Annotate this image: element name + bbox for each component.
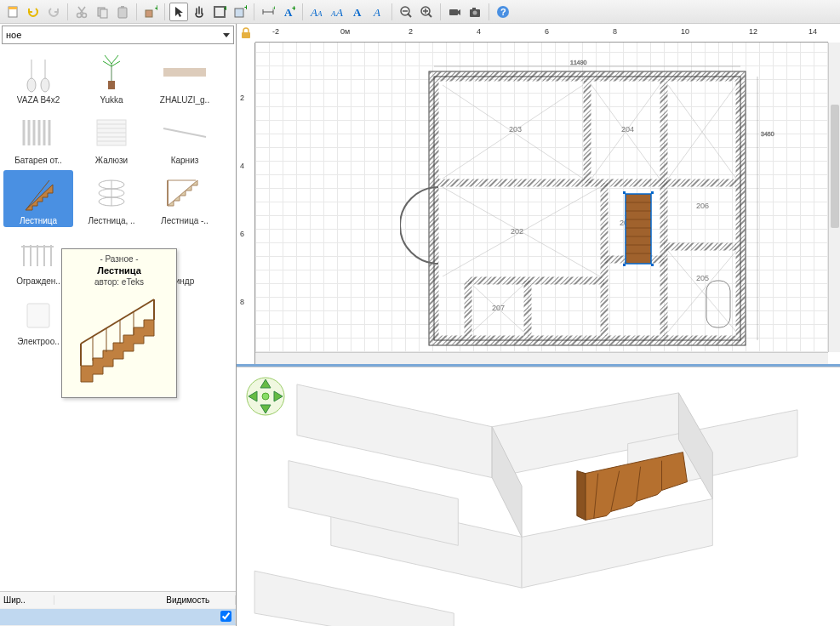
furniture-item-spiral[interactable]: Лестница, .. (77, 170, 146, 227)
text-smaller-icon[interactable]: AA (328, 3, 346, 21)
svg-rect-122 (623, 264, 626, 266)
svg-marker-138 (522, 498, 712, 588)
svg-rect-1 (9, 7, 17, 9)
floorplan-drawing: 203 204 206 201 202 205 207 (400, 60, 774, 366)
svg-rect-48 (163, 68, 206, 77)
svg-text:+: + (272, 5, 275, 12)
svg-text:205: 205 (696, 274, 709, 282)
furniture-label: Yukka (78, 95, 145, 105)
svg-rect-120 (623, 191, 626, 194)
cut-icon[interactable] (72, 3, 91, 21)
copy-icon[interactable] (93, 3, 111, 21)
furniture-label: ZHALUZI_g.. (151, 95, 218, 105)
furniture-item-stairs2[interactable]: Лестница -.. (150, 170, 220, 227)
svg-marker-36 (458, 9, 460, 15)
pan-tool-icon[interactable] (190, 3, 209, 21)
furniture-item-stairs-selected[interactable]: Лестница (3, 170, 73, 227)
furniture-item-rod[interactable]: Карниз (150, 110, 220, 167)
undo-icon[interactable] (24, 3, 43, 21)
svg-text:207: 207 (492, 304, 505, 312)
ruler-horizontal: -2 0м 2 4 6 8 10 12 14 (255, 24, 828, 43)
svg-rect-9 (121, 6, 124, 9)
props-col-visibility[interactable]: Видимость (163, 595, 236, 605)
photo-icon[interactable] (466, 3, 484, 21)
svg-marker-145 (577, 471, 586, 521)
furniture-label: VAZA B4x2 (5, 95, 71, 105)
svg-rect-14 (235, 9, 243, 17)
furniture-label: Лестница, .. (78, 216, 145, 225)
category-dropdown[interactable]: ное (2, 26, 234, 44)
svg-rect-7 (100, 9, 107, 18)
svg-text:206: 206 (696, 202, 709, 210)
dimension-icon[interactable]: + (259, 3, 277, 21)
furniture-item-vaza[interactable]: VAZA B4x2 (3, 49, 73, 106)
svg-line-30 (408, 14, 411, 17)
redo-icon[interactable] (44, 3, 63, 21)
right-area: -2 0м 2 4 6 8 10 12 14 2 4 6 8 10 (237, 24, 840, 626)
furniture-label: Лестница -.. (151, 216, 218, 225)
svg-marker-150 (81, 320, 154, 382)
furniture-item-radiator[interactable]: Батарея от.. (3, 110, 73, 167)
tooltip-name: Лестница (67, 265, 171, 276)
visibility-checkbox[interactable] (220, 611, 231, 622)
svg-text:A: A (373, 6, 380, 19)
svg-text:?: ? (500, 7, 506, 17)
svg-text:204: 204 (621, 125, 634, 134)
svg-marker-68 (168, 180, 197, 206)
3d-view[interactable] (237, 367, 840, 626)
tooltip-author: автор: eTeks (67, 277, 171, 287)
text-italic-icon[interactable]: A (369, 3, 387, 21)
svg-rect-35 (449, 9, 458, 15)
svg-text:203: 203 (509, 125, 522, 134)
props-col-width[interactable]: Шир.. (0, 595, 54, 605)
placed-stairs[interactable] (623, 191, 654, 266)
svg-marker-62 (26, 185, 53, 210)
svg-text:202: 202 (511, 227, 523, 236)
svg-rect-123 (651, 264, 654, 266)
svg-marker-135 (297, 384, 492, 478)
furniture-item-yukka[interactable]: Yukka (77, 49, 146, 106)
chevron-down-icon (223, 33, 230, 37)
furniture-item-zhaluzi[interactable]: ZHALUZI_g.. (150, 49, 220, 106)
add-furniture-icon[interactable]: + (141, 3, 160, 21)
svg-rect-77 (27, 304, 49, 327)
svg-text:+: + (292, 5, 295, 13)
plan-canvas[interactable]: 203 204 206 201 202 205 207 (255, 43, 828, 352)
svg-line-34 (428, 14, 431, 17)
svg-point-42 (27, 78, 36, 92)
svg-rect-8 (118, 8, 127, 18)
new-icon[interactable] (3, 3, 22, 21)
lock-icon[interactable] (240, 27, 252, 39)
help-icon[interactable]: ? (494, 3, 512, 21)
3d-scene (237, 367, 840, 626)
zoom-out-icon[interactable] (397, 3, 415, 21)
svg-line-61 (163, 128, 206, 137)
main-toolbar: + + + + A+ AA AA A A ? (0, 0, 840, 24)
furniture-label: Карниз (151, 156, 218, 165)
properties-table: Шир.. Видимость (0, 591, 236, 626)
paste-icon[interactable] (113, 3, 132, 21)
category-label: ное (6, 30, 21, 40)
plan-scrollbar-h[interactable] (255, 352, 828, 364)
furniture-label: Лестница (5, 216, 71, 225)
props-header-row: Шир.. Видимость (0, 592, 236, 609)
furniture-label: Батарея от.. (5, 156, 71, 165)
text-bold-icon[interactable]: A (348, 3, 367, 21)
furniture-item-blinds[interactable]: Жалюзи (77, 110, 146, 167)
add-text-icon[interactable]: A+ (279, 3, 298, 21)
svg-text:A: A (330, 9, 336, 18)
create-walls-icon[interactable]: + (210, 3, 229, 21)
svg-text:A: A (317, 9, 323, 18)
svg-text:+: + (244, 5, 247, 12)
svg-text:A: A (310, 6, 317, 19)
camera-icon[interactable] (445, 3, 464, 21)
furniture-tooltip: - Разное - Лестница автор: eTeks (61, 248, 177, 398)
plan-scrollbar-v[interactable] (828, 43, 840, 352)
select-tool-icon[interactable] (169, 3, 188, 21)
zoom-in-icon[interactable] (417, 3, 436, 21)
plan-view[interactable]: -2 0м 2 4 6 8 10 12 14 2 4 6 8 10 (237, 24, 840, 367)
create-room-icon[interactable]: + (231, 3, 249, 21)
props-data-row[interactable] (0, 609, 236, 626)
furniture-label: Жалюзи (78, 156, 145, 165)
text-bigger-icon[interactable]: AA (307, 3, 326, 21)
